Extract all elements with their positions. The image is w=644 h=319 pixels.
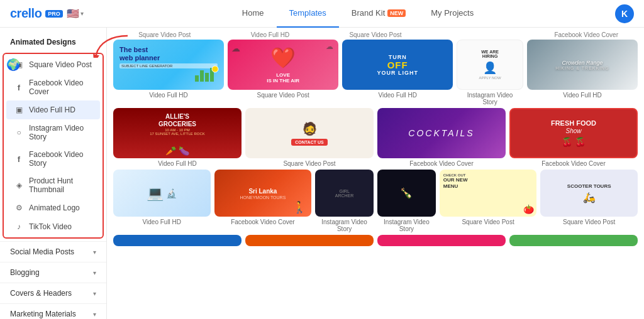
animated-designs-group: ▣ Square Video Post f Facebook Video Cov… [3, 53, 104, 239]
sidebar-category-blogging[interactable]: Blogging ▾ [0, 262, 106, 283]
thumb-hiring: WE AREHIRING 👤 APPLY NOW [457, 40, 523, 90]
template-accent: OFF [387, 60, 408, 70]
thumb-scooter-tours: SCOOTER TOURS 🛵 [540, 170, 638, 217]
person-icon: 👤 [483, 61, 497, 75]
template-row-2: ALLIE'SGROCERIES 10 AM - 10 PM17 SUNSET … [107, 108, 644, 170]
category-label: Marketing Materials [10, 310, 76, 318]
heart-icon: ❤️ [270, 46, 296, 70]
col-header-3: Square Video Post [324, 31, 427, 38]
tab-brand-kit[interactable]: Brand Kit NEW [339, 0, 418, 28]
cloud-icon: ☁ [231, 43, 240, 53]
sidebar-item-product-hunt-thumbnail[interactable]: ◈ Product Hunt Thumbnail [6, 172, 100, 198]
main-layout: Animated Designs ▣ Square Video Post f F… [0, 28, 644, 319]
template-title: LOVEIS IN THE AIR [262, 72, 304, 84]
svg-rect-1 [200, 70, 204, 82]
thumb-blue-planner: The bestweb planner SUBJECT LINE GENERAT… [113, 40, 224, 90]
animated-section-title: Animated Designs [0, 33, 106, 50]
tab-home[interactable]: Home [230, 0, 277, 28]
thumb-dark-person: GIRLARCHER [315, 170, 374, 217]
template-item[interactable]: Sri Lanka HONEYMOON TOURS 🚶 Facebook Vid… [214, 170, 312, 232]
sidebar-item-label: Product Hunt Thumbnail [29, 176, 92, 194]
person-silhouette-icon: 🚶 [292, 200, 306, 214]
template-type-label: Video Full HD [342, 92, 453, 99]
thumb-new-menu: CHECK OUT OUR NEWMENU 🍅 [440, 170, 537, 217]
template-item[interactable]: 🧔 CONTACT US Square Video Post [245, 108, 374, 167]
animated-logo-icon: ⚙ [14, 203, 24, 213]
col-header-1: Square Video Post [113, 31, 216, 38]
template-type-label: Instagram VideoStory [315, 219, 374, 232]
content-area: Square Video Post Video Full HD Square V… [107, 28, 644, 319]
bottle-icon: 🍾 [400, 187, 413, 199]
eggplant-icon: 🍆 [179, 146, 189, 156]
template-type-label: Square Video Post [245, 160, 374, 167]
template-item[interactable]: The bestweb planner SUBJECT LINE GENERAT… [113, 40, 224, 105]
sidebar-item-facebook-video-cover[interactable]: f Facebook Video Cover [6, 74, 100, 100]
template-item[interactable]: 🍾 Instagram VideoStory [377, 170, 436, 232]
sidebar-item-video-full-hd[interactable]: ▣ Video Full HD [6, 100, 100, 119]
template-type-label: Square Video Post [228, 92, 338, 99]
sidebar-item-square-video-post[interactable]: ▣ Square Video Post [6, 55, 100, 74]
col-header-5: Facebook Video Cover [535, 31, 638, 38]
category-label: Social Media Posts [10, 247, 74, 256]
template-type-label: Square Video Post [440, 219, 537, 225]
template-item[interactable]: 💻 🔬 Video Full HD [113, 170, 211, 232]
scooter-icon: 🛵 [583, 192, 596, 203]
partial-thumb-2 [245, 235, 374, 246]
instagram-icon: ○ [14, 127, 24, 138]
template-row-1: The bestweb planner SUBJECT LINE GENERAT… [107, 40, 644, 108]
template-item[interactable]: FRESH FOOD Show 🍒 🍒 Facebook Video Cover [509, 108, 638, 167]
template-title: WE AREHIRING [481, 50, 499, 58]
svg-rect-2 [205, 73, 209, 82]
sidebar-category-social-media[interactable]: Social Media Posts ▾ [0, 241, 106, 262]
flag-selector[interactable]: 🇺🇸 ▾ [67, 8, 84, 19]
header: crello PRO 🇺🇸 ▾ Home Templates Brand Kit… [0, 0, 644, 28]
template-type-label: Video Full HD [113, 92, 224, 99]
avatar[interactable]: K [615, 4, 634, 23]
product-hunt-icon: ◈ [14, 180, 24, 190]
logo: crello [10, 6, 42, 21]
cloud-icon-2: ☁ [326, 42, 333, 51]
template-type-label: Facebook Video Cover [214, 219, 312, 225]
template-row-3: 💻 🔬 Video Full HD Sri Lanka HONEYMOON TO… [107, 170, 644, 235]
template-item[interactable]: TURN OFF YOUR LIGHT 🌍 Video Full HD [342, 40, 453, 105]
thumb-allies-groceries: ALLIE'SGROCERIES 10 AM - 10 PM17 SUNSET … [113, 108, 242, 158]
template-title: FRESH FOOD [551, 119, 596, 127]
svg-point-4 [212, 66, 218, 72]
template-item[interactable]: Crowden Range HIKING & TREKKING Video Fu… [527, 40, 638, 105]
sidebar-category-marketing[interactable]: Marketing Materials ▾ [0, 303, 106, 319]
sidebar-item-instagram-video-story[interactable]: ○ Instagram Video Story [6, 119, 100, 146]
partial-thumb-3 [377, 235, 506, 246]
template-item[interactable]: CHECK OUT OUR NEWMENU 🍅 Square Video Pos… [440, 170, 537, 232]
carrot-icon: 🥕 [165, 146, 176, 156]
col-header-4 [430, 31, 533, 38]
tab-my-projects[interactable]: My Projects [418, 0, 486, 28]
template-item[interactable]: GIRLARCHER Instagram VideoStory [315, 170, 374, 232]
sidebar-item-tiktok-video[interactable]: ♪ TikTok Video [6, 217, 100, 236]
pro-badge: PRO [45, 10, 63, 18]
template-type-label: Instagram VideoStory [377, 219, 436, 232]
partial-thumb-1 [113, 235, 242, 246]
sidebar-category-covers[interactable]: Covers & Headers ▾ [0, 283, 106, 303]
sidebar-item-label: Video Full HD [29, 105, 75, 114]
thumb-fresh-food: FRESH FOOD Show 🍒 🍒 [509, 108, 638, 158]
template-item[interactable]: SCOOTER TOURS 🛵 Square Video Post [540, 170, 638, 232]
sidebar-item-animated-logo[interactable]: ⚙ Animated Logo [6, 198, 100, 217]
template-item[interactable]: ALLIE'SGROCERIES 10 AM - 10 PM17 SUNSET … [113, 108, 242, 167]
template-subtitle: HIKING & TREKKING [555, 66, 609, 70]
cherry-icon-1: 🍒 [562, 137, 572, 147]
category-label: Blogging [10, 268, 40, 277]
template-subtitle: YOUR LIGHT [377, 70, 418, 76]
template-type-label: Facebook Video Cover [377, 160, 506, 167]
sidebar-item-label: Square Video Post [29, 60, 92, 69]
tab-templates[interactable]: Templates [277, 0, 339, 28]
template-title: TURN [389, 54, 407, 60]
template-item[interactable]: WE AREHIRING 👤 APPLY NOW Instagram Video… [457, 40, 523, 105]
template-title: GIRLARCHER [335, 189, 354, 198]
template-item[interactable]: COCKTAILS Facebook Video Cover [377, 108, 506, 167]
template-item[interactable]: ❤️ LOVEIS IN THE AIR ☁ ☁ Square Video Po… [228, 40, 338, 105]
template-type-label: Video Full HD [527, 92, 638, 99]
sidebar-item-facebook-video-story[interactable]: f Facebook Video Story [6, 146, 100, 172]
sidebar-item-label: Animated Logo [29, 203, 80, 212]
sidebar-item-label: Instagram Video Story [29, 124, 92, 141]
tiktok-icon: ♪ [14, 222, 24, 232]
